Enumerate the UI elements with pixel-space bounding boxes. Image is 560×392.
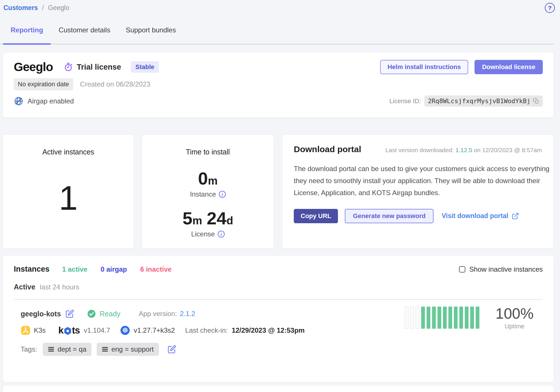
active-instances-value: 1	[59, 156, 78, 248]
k3s-icon	[21, 326, 30, 335]
created-date: Created on 06/28/2023	[80, 80, 151, 88]
uptime-cluster: 100% Uptime	[405, 305, 534, 330]
kubernetes-icon: ☸	[120, 326, 130, 335]
last-checkin-label: Last check-in:	[185, 326, 228, 334]
download-portal-title: Download portal	[294, 144, 361, 154]
help-icon[interactable]: ?	[545, 3, 555, 13]
uptime-bar-chart	[405, 307, 479, 329]
uptime-bar	[438, 307, 441, 329]
instance-time-label: Instance	[190, 190, 216, 198]
customer-name: Geeglo	[14, 60, 53, 74]
next-section-card-edge	[3, 385, 554, 392]
divider	[14, 299, 543, 300]
license-install-time: 5m24d	[182, 208, 233, 228]
breadcrumb-current: Geeglo	[48, 4, 69, 11]
time-to-install-title: Time to install	[186, 148, 230, 156]
tab-bar: Reporting Customer details Support bundl…	[0, 16, 554, 44]
last-checkin-value: 12/29/2023 @ 12:53pm	[232, 326, 305, 334]
external-link-icon	[512, 212, 519, 220]
visit-download-portal-link[interactable]: Visit download portal	[442, 212, 519, 220]
uptime-bar	[416, 307, 419, 329]
license-type-label: Trial license	[77, 63, 121, 72]
instances-card: Instances 1 active 0 airgap 6 inactive S…	[3, 255, 554, 383]
license-id-chip[interactable]: 2Rq8WLcsjfxqrMysjvB1WodYkBj	[424, 95, 543, 107]
time-to-install-card: Time to install 0m Instance i 5m24d Lice…	[142, 134, 274, 249]
tags-row: Tags: dept = qa	[21, 343, 543, 356]
download-portal-description: The download portal can be used to give …	[294, 163, 555, 199]
instance-status: Ready	[100, 310, 120, 318]
tag-badge-eng: eng = support	[97, 343, 159, 356]
uptime-bar	[454, 307, 458, 329]
channel-badge: Stable	[131, 61, 159, 73]
helm-install-instructions-button[interactable]: Helm install instructions	[380, 60, 468, 74]
download-license-button[interactable]: Download license	[475, 60, 543, 74]
tab-support-bundles[interactable]: Support bundles	[118, 16, 184, 44]
airgap-globe-icon	[14, 96, 24, 106]
license-info-icon[interactable]: i	[218, 231, 225, 238]
instances-title: Instances	[14, 265, 50, 274]
tab-customer-details[interactable]: Customer details	[51, 16, 118, 44]
active-count[interactable]: 1 active	[62, 265, 88, 273]
tab-reporting[interactable]: Reporting	[3, 16, 51, 44]
download-portal-card: Download portal Last version downloaded:…	[282, 134, 554, 249]
instance-info-icon[interactable]: i	[219, 191, 226, 198]
uptime-bar	[432, 307, 436, 329]
instance-name: geeglo-kots	[21, 310, 61, 318]
tag-list-icon	[102, 346, 108, 352]
active-instances-title: Active instances	[42, 148, 94, 156]
airgap-count[interactable]: 0 airgap	[101, 265, 127, 273]
breadcrumb-customers-link[interactable]: Customers	[3, 4, 38, 11]
edit-instance-name-icon[interactable]	[65, 309, 74, 318]
app-version-label: App version:	[139, 310, 177, 318]
license-id-label: License ID:	[389, 97, 421, 105]
copy-url-button[interactable]: Copy URL	[294, 209, 338, 223]
kots-logo-o-icon	[64, 327, 72, 335]
active-instances-card: Active instances 1	[3, 134, 134, 249]
tag-list-icon	[48, 346, 54, 352]
uptime-bar	[421, 307, 425, 329]
breadcrumb-separator: /	[42, 4, 44, 11]
license-summary-card: Geeglo Trial license Stable Helm install…	[3, 52, 554, 118]
ready-check-icon	[87, 309, 96, 318]
uptime-bar	[410, 307, 414, 329]
active-section-range: last 24 hours	[40, 283, 79, 291]
kots-logo: k ts	[58, 325, 80, 336]
distribution-label: K3s	[34, 326, 46, 334]
k8s-version: v1.27.7+k3s2	[134, 326, 175, 334]
last-version-link[interactable]: 1.12.5	[455, 147, 472, 153]
expiration-badge: No expiration date	[14, 78, 73, 90]
show-inactive-checkbox[interactable]	[459, 266, 465, 273]
show-inactive-label: Show inactive instances	[469, 265, 543, 273]
copy-icon[interactable]	[533, 98, 539, 104]
uptime-bar	[465, 307, 468, 329]
kots-version: v1.104.7	[84, 326, 110, 334]
trial-timer-icon	[64, 62, 73, 72]
license-time-label: License	[191, 230, 215, 238]
uptime-bar	[470, 307, 474, 329]
inactive-count[interactable]: 6 inactive	[140, 265, 172, 273]
license-id-value: 2Rq8WLcsjfxqrMysjvB1WodYkBj	[428, 97, 530, 105]
active-section-label: Active	[14, 283, 35, 291]
last-version-downloaded: Last version downloaded: 1.12.5 on 12/20…	[385, 147, 542, 154]
uptime-bar	[459, 307, 463, 329]
uptime-label: Uptime	[495, 323, 534, 330]
edit-tags-icon[interactable]	[168, 345, 176, 354]
airgap-label: Airgap enabled	[28, 97, 74, 105]
uptime-bar	[443, 307, 447, 329]
instance-install-time: 0m	[190, 168, 226, 189]
generate-password-button[interactable]: Generate new password	[345, 209, 433, 223]
uptime-bar	[427, 307, 430, 329]
tags-label: Tags:	[21, 345, 37, 353]
app-version-link[interactable]: 2.1.2	[180, 310, 195, 318]
uptime-bar	[405, 307, 409, 329]
uptime-value: 100%	[495, 305, 534, 322]
uptime-bar	[476, 307, 479, 329]
tag-badge-dept: dept = qa	[43, 343, 92, 356]
breadcrumb: Customers / Geeglo	[3, 4, 69, 12]
uptime-bar	[448, 307, 452, 329]
